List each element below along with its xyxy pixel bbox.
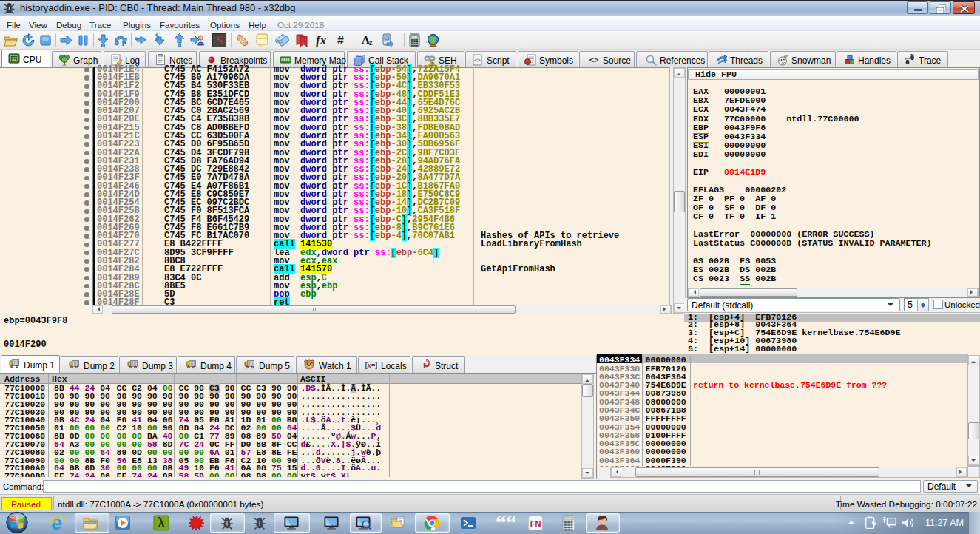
svg-text:<>: <> (474, 58, 480, 64)
svg-text:[x=]: [x=] (365, 362, 377, 369)
svg-text:“: “ (496, 513, 507, 531)
svg-text:“: “ (506, 513, 515, 531)
svg-text:<>: <> (589, 56, 599, 65)
svg-text:fx: fx (316, 33, 327, 47)
svg-text:z: z (369, 38, 373, 47)
svg-text:FN: FN (530, 519, 541, 528)
svg-text:S: S (216, 34, 223, 47)
svg-text:#: # (337, 34, 344, 47)
svg-text:32: 32 (11, 56, 17, 61)
